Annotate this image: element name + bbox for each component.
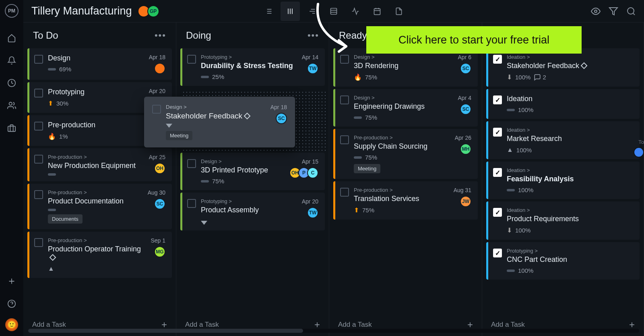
assignee-avatar[interactable] [154, 63, 165, 74]
board-view-icon[interactable] [281, 2, 300, 21]
user-avatar[interactable]: 🙂 [5, 318, 18, 331]
comments-count[interactable]: 2 [534, 74, 546, 81]
task-checkbox[interactable] [493, 95, 502, 104]
help-icon[interactable] [4, 296, 20, 312]
task-checkbox[interactable] [340, 95, 349, 104]
card-title: Market Research [507, 135, 628, 143]
task-checkbox[interactable] [34, 155, 43, 164]
assignee-avatar[interactable]: SC [154, 198, 165, 209]
cards-list: Design >3D Rendering🔥75%Apr 6SCDesign >E… [329, 48, 482, 313]
app-logo[interactable]: PM [5, 4, 19, 18]
task-card[interactable]: Pre-production >Translation Services⬆75%… [333, 181, 478, 220]
assignee-avatar[interactable]: TW [307, 63, 318, 74]
assignee-avatar[interactable]: SC [460, 63, 471, 74]
task-checkbox[interactable] [187, 199, 196, 208]
task-card[interactable]: Pre-production >Supply Chain Sourcing75%… [333, 129, 478, 179]
task-card[interactable]: Design >3D Printed Prototype75%Apr 15OHP… [180, 153, 325, 190]
assignee-avatar[interactable]: SC [276, 113, 287, 124]
task-card[interactable]: Prototyping >CNC Part Creation100% [486, 242, 640, 280]
task-checkbox[interactable] [152, 105, 161, 114]
card-date: Sep 1 [151, 237, 165, 244]
card-title: Engineering Drawings [354, 102, 453, 111]
task-card[interactable]: Ideation100% [486, 89, 640, 119]
search-icon[interactable] [626, 6, 636, 16]
task-checkbox[interactable] [34, 238, 43, 247]
priority-icon [507, 270, 515, 272]
gantt-view-icon[interactable] [302, 2, 322, 21]
assignee-stack: OHPC [292, 167, 318, 178]
task-card[interactable]: Ideation >Feasibility Analysis100% [486, 162, 640, 199]
column-menu-icon[interactable]: ••• [155, 30, 166, 41]
task-checkbox[interactable] [34, 190, 43, 199]
task-checkbox[interactable] [493, 128, 502, 137]
task-checkbox[interactable] [340, 135, 349, 144]
task-card[interactable]: Pre-production >Production Operator Trai… [27, 232, 172, 278]
task-checkbox[interactable] [493, 249, 502, 257]
task-checkbox[interactable] [34, 55, 43, 64]
activity-view-icon[interactable] [346, 2, 365, 21]
card-title: Durability & Stress Testing [201, 62, 297, 70]
milestone-icon [50, 254, 56, 261]
task-card[interactable]: Ideation >Market Research▲100% [486, 121, 640, 159]
scrollbar-thumb[interactable] [28, 329, 303, 333]
notifications-icon[interactable] [4, 52, 20, 68]
assignee-avatar[interactable]: MG [154, 246, 165, 257]
task-card[interactable]: Prototyping >Durability & Stress Testing… [180, 48, 325, 86]
dragging-card[interactable]: Design > Stakeholder Feedback Meeting Ap… [144, 97, 295, 147]
assignee-avatar[interactable]: OH [154, 163, 165, 174]
card-breadcrumb: Pre-production > [48, 189, 143, 195]
column-menu-icon[interactable]: ••• [308, 30, 319, 41]
sheet-view-icon[interactable] [324, 2, 343, 21]
project-members[interactable]: GP [140, 5, 159, 17]
filter-icon[interactable] [609, 6, 618, 16]
member-avatar[interactable]: GP [147, 5, 159, 17]
svg-point-23 [594, 10, 597, 12]
card-breadcrumb: Pre-production > [354, 187, 449, 193]
task-card[interactable]: Ideation >Stakeholder Feedback⬇100%2 [486, 48, 640, 87]
home-icon[interactable] [4, 30, 20, 46]
priority-icon [201, 180, 209, 183]
svg-rect-2 [8, 126, 15, 131]
task-card[interactable]: Prototyping >Product AssemblyApr 20TW [180, 193, 325, 230]
horizontal-scrollbar[interactable] [28, 329, 639, 333]
assignee-stack: SC [462, 104, 471, 115]
recent-icon[interactable] [4, 75, 20, 91]
task-checkbox[interactable] [187, 159, 196, 168]
calendar-view-icon[interactable] [367, 2, 387, 21]
task-card[interactable]: Ideation >Product Requirements⬇100% [486, 201, 640, 240]
portfolio-icon[interactable] [4, 120, 20, 136]
assignee-avatar[interactable]: MH [460, 143, 471, 155]
team-icon[interactable] [4, 97, 20, 114]
card-breadcrumb: Ideation > [507, 54, 628, 60]
card-breadcrumb: Design > [354, 95, 453, 101]
task-card[interactable]: Pre-production >New Production Equipment… [27, 148, 172, 181]
task-card[interactable]: Pre-production >Product DocumentationDoc… [27, 184, 172, 229]
add-icon[interactable] [4, 273, 20, 289]
priority-icon: 🔥 [354, 73, 362, 81]
visibility-icon[interactable] [591, 6, 601, 16]
assignee-stack: TW [310, 207, 318, 218]
assignee-avatar[interactable]: C [307, 167, 318, 178]
free-trial-cta[interactable]: Click here to start your free trial [366, 26, 582, 54]
assignee-avatar[interactable]: TW [307, 207, 318, 218]
task-card[interactable]: Design >Engineering Drawings75%Apr 4SC [333, 89, 478, 127]
task-checkbox[interactable] [493, 208, 502, 217]
priority-icon [354, 156, 362, 159]
task-card[interactable]: Design >3D Rendering🔥75%Apr 6SC [333, 48, 478, 87]
task-checkbox[interactable] [34, 89, 43, 97]
task-checkbox[interactable] [34, 122, 43, 131]
task-checkbox[interactable] [340, 188, 349, 197]
task-checkbox[interactable] [493, 168, 502, 177]
card-title: Feasibility Analysis [507, 175, 628, 183]
assignee-stack: OH [157, 163, 165, 174]
files-view-icon[interactable] [389, 2, 409, 21]
assignee-avatar[interactable]: JW [460, 196, 471, 207]
assignee-avatar[interactable]: SC [460, 104, 471, 115]
card-meta: 25% [201, 73, 297, 80]
task-card[interactable]: Design69%Apr 18 [27, 48, 172, 80]
task-checkbox[interactable] [340, 55, 349, 64]
list-view-icon[interactable] [259, 2, 278, 21]
task-checkbox[interactable] [187, 55, 196, 64]
task-checkbox[interactable] [493, 55, 502, 64]
progress-pct: 75% [365, 114, 377, 121]
